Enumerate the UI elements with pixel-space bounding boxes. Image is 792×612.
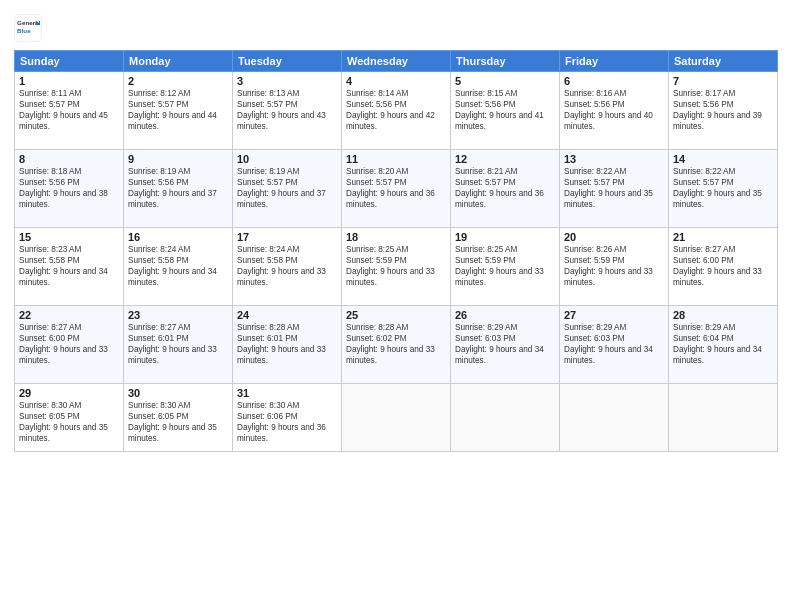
day-number: 4 [346,75,446,87]
calendar-cell: 19 Sunrise: 8:25 AMSunset: 5:59 PMDaylig… [451,228,560,306]
calendar-header-row: Sunday Monday Tuesday Wednesday Thursday… [15,51,778,72]
day-info: Sunrise: 8:30 AMSunset: 6:05 PMDaylight:… [128,401,217,443]
day-info: Sunrise: 8:24 AMSunset: 5:58 PMDaylight:… [237,245,326,287]
day-info: Sunrise: 8:19 AMSunset: 5:57 PMDaylight:… [237,167,326,209]
calendar-cell: 22 Sunrise: 8:27 AMSunset: 6:00 PMDaylig… [15,306,124,384]
day-info: Sunrise: 8:23 AMSunset: 5:58 PMDaylight:… [19,245,108,287]
day-number: 31 [237,387,337,399]
day-number: 24 [237,309,337,321]
calendar-cell: 12 Sunrise: 8:21 AMSunset: 5:57 PMDaylig… [451,150,560,228]
day-info: Sunrise: 8:29 AMSunset: 6:03 PMDaylight:… [455,323,544,365]
day-info: Sunrise: 8:22 AMSunset: 5:57 PMDaylight:… [673,167,762,209]
day-number: 13 [564,153,664,165]
header: General Blue [14,10,778,42]
day-number: 18 [346,231,446,243]
calendar-cell: 7 Sunrise: 8:17 AMSunset: 5:56 PMDayligh… [669,72,778,150]
calendar-cell: 20 Sunrise: 8:26 AMSunset: 5:59 PMDaylig… [560,228,669,306]
day-number: 16 [128,231,228,243]
col-sunday: Sunday [15,51,124,72]
day-number: 3 [237,75,337,87]
day-info: Sunrise: 8:21 AMSunset: 5:57 PMDaylight:… [455,167,544,209]
day-number: 12 [455,153,555,165]
day-number: 20 [564,231,664,243]
generalblue-logo-icon: General Blue [14,14,42,42]
day-info: Sunrise: 8:26 AMSunset: 5:59 PMDaylight:… [564,245,653,287]
calendar-cell: 25 Sunrise: 8:28 AMSunset: 6:02 PMDaylig… [342,306,451,384]
calendar-cell [451,384,560,452]
calendar-cell: 15 Sunrise: 8:23 AMSunset: 5:58 PMDaylig… [15,228,124,306]
day-info: Sunrise: 8:16 AMSunset: 5:56 PMDaylight:… [564,89,653,131]
day-info: Sunrise: 8:28 AMSunset: 6:02 PMDaylight:… [346,323,435,365]
calendar-cell: 30 Sunrise: 8:30 AMSunset: 6:05 PMDaylig… [124,384,233,452]
day-number: 7 [673,75,773,87]
calendar-cell: 5 Sunrise: 8:15 AMSunset: 5:56 PMDayligh… [451,72,560,150]
calendar-cell: 2 Sunrise: 8:12 AMSunset: 5:57 PMDayligh… [124,72,233,150]
day-info: Sunrise: 8:25 AMSunset: 5:59 PMDaylight:… [455,245,544,287]
calendar-cell: 26 Sunrise: 8:29 AMSunset: 6:03 PMDaylig… [451,306,560,384]
day-info: Sunrise: 8:30 AMSunset: 6:05 PMDaylight:… [19,401,108,443]
day-number: 6 [564,75,664,87]
day-info: Sunrise: 8:11 AMSunset: 5:57 PMDaylight:… [19,89,108,131]
day-number: 15 [19,231,119,243]
day-number: 2 [128,75,228,87]
calendar-cell: 28 Sunrise: 8:29 AMSunset: 6:04 PMDaylig… [669,306,778,384]
day-number: 28 [673,309,773,321]
day-number: 9 [128,153,228,165]
day-number: 21 [673,231,773,243]
day-number: 29 [19,387,119,399]
day-number: 19 [455,231,555,243]
calendar-cell [342,384,451,452]
calendar-table: Sunday Monday Tuesday Wednesday Thursday… [14,50,778,452]
day-number: 5 [455,75,555,87]
col-friday: Friday [560,51,669,72]
day-info: Sunrise: 8:19 AMSunset: 5:56 PMDaylight:… [128,167,217,209]
day-number: 27 [564,309,664,321]
calendar-cell: 8 Sunrise: 8:18 AMSunset: 5:56 PMDayligh… [15,150,124,228]
calendar-cell: 4 Sunrise: 8:14 AMSunset: 5:56 PMDayligh… [342,72,451,150]
day-number: 1 [19,75,119,87]
calendar-cell: 31 Sunrise: 8:30 AMSunset: 6:06 PMDaylig… [233,384,342,452]
day-info: Sunrise: 8:29 AMSunset: 6:03 PMDaylight:… [564,323,653,365]
calendar-cell: 27 Sunrise: 8:29 AMSunset: 6:03 PMDaylig… [560,306,669,384]
calendar-cell [669,384,778,452]
calendar-cell: 9 Sunrise: 8:19 AMSunset: 5:56 PMDayligh… [124,150,233,228]
col-saturday: Saturday [669,51,778,72]
calendar-cell [560,384,669,452]
calendar-cell: 14 Sunrise: 8:22 AMSunset: 5:57 PMDaylig… [669,150,778,228]
day-info: Sunrise: 8:18 AMSunset: 5:56 PMDaylight:… [19,167,108,209]
col-wednesday: Wednesday [342,51,451,72]
day-number: 22 [19,309,119,321]
day-info: Sunrise: 8:20 AMSunset: 5:57 PMDaylight:… [346,167,435,209]
calendar-cell: 3 Sunrise: 8:13 AMSunset: 5:57 PMDayligh… [233,72,342,150]
calendar-cell: 16 Sunrise: 8:24 AMSunset: 5:58 PMDaylig… [124,228,233,306]
day-number: 8 [19,153,119,165]
day-info: Sunrise: 8:28 AMSunset: 6:01 PMDaylight:… [237,323,326,365]
col-tuesday: Tuesday [233,51,342,72]
calendar-cell: 29 Sunrise: 8:30 AMSunset: 6:05 PMDaylig… [15,384,124,452]
calendar-cell: 6 Sunrise: 8:16 AMSunset: 5:56 PMDayligh… [560,72,669,150]
svg-text:Blue: Blue [17,27,31,34]
day-number: 25 [346,309,446,321]
calendar-cell: 23 Sunrise: 8:27 AMSunset: 6:01 PMDaylig… [124,306,233,384]
day-number: 14 [673,153,773,165]
calendar-cell: 24 Sunrise: 8:28 AMSunset: 6:01 PMDaylig… [233,306,342,384]
day-info: Sunrise: 8:12 AMSunset: 5:57 PMDaylight:… [128,89,217,131]
day-info: Sunrise: 8:27 AMSunset: 6:01 PMDaylight:… [128,323,217,365]
logo: General Blue [14,14,46,42]
calendar-cell: 18 Sunrise: 8:25 AMSunset: 5:59 PMDaylig… [342,228,451,306]
calendar-cell: 21 Sunrise: 8:27 AMSunset: 6:00 PMDaylig… [669,228,778,306]
day-number: 10 [237,153,337,165]
page-container: General Blue Sunday Monday Tuesday Wedne… [0,0,792,612]
day-info: Sunrise: 8:27 AMSunset: 6:00 PMDaylight:… [19,323,108,365]
day-info: Sunrise: 8:15 AMSunset: 5:56 PMDaylight:… [455,89,544,131]
day-number: 23 [128,309,228,321]
calendar-cell: 1 Sunrise: 8:11 AMSunset: 5:57 PMDayligh… [15,72,124,150]
calendar-cell: 13 Sunrise: 8:22 AMSunset: 5:57 PMDaylig… [560,150,669,228]
day-info: Sunrise: 8:17 AMSunset: 5:56 PMDaylight:… [673,89,762,131]
day-info: Sunrise: 8:30 AMSunset: 6:06 PMDaylight:… [237,401,326,443]
day-info: Sunrise: 8:14 AMSunset: 5:56 PMDaylight:… [346,89,435,131]
day-info: Sunrise: 8:24 AMSunset: 5:58 PMDaylight:… [128,245,217,287]
day-info: Sunrise: 8:27 AMSunset: 6:00 PMDaylight:… [673,245,762,287]
day-number: 11 [346,153,446,165]
day-info: Sunrise: 8:13 AMSunset: 5:57 PMDaylight:… [237,89,326,131]
